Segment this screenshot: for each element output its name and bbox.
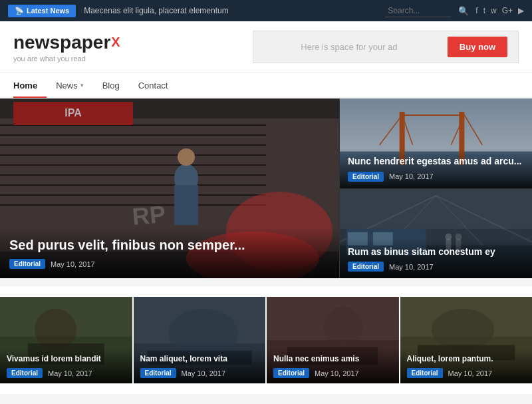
- grid-item-3-tag: Editorial: [407, 368, 443, 378]
- main-nav: Home News ▾ Blog Contact: [0, 73, 532, 99]
- hero-side-bottom-meta: Editorial May 10, 2017: [348, 262, 524, 272]
- hero-main-title: Sed purus velit, finibus non semper...: [9, 236, 330, 254]
- grid-item-1[interactable]: Nam aliquet, lorem vita Editorial May 10…: [134, 297, 267, 383]
- grid-item-3-meta: Editorial May 10, 2017: [407, 368, 526, 378]
- grid-item-0-date: May 10, 2017: [48, 369, 92, 377]
- hero-side-top-meta: Editorial May 10, 2017: [348, 172, 524, 182]
- grid-item-0-meta: Editorial May 10, 2017: [7, 368, 126, 378]
- hero-main-date: May 10, 2017: [51, 260, 95, 268]
- logo-area: newspaperX you are what you read: [13, 32, 120, 63]
- nav-item-blog[interactable]: Blog: [93, 74, 129, 98]
- chevron-down-icon: ▾: [80, 82, 84, 89]
- hero-main-article[interactable]: IPA RP Sed purus velit, finibus non semp…: [0, 99, 339, 278]
- grid-row: Vivamus id lorem blandit Editorial May 1…: [0, 297, 532, 383]
- news-ticker: Maecenas elit ligula, placerat elementum: [84, 6, 385, 15]
- hero-side-bottom-title: Rum as binus sitam conestum ey: [348, 246, 524, 258]
- hero-side-top-date: May 10, 2017: [389, 172, 434, 180]
- article-grid: Vivamus id lorem blandit Editorial May 1…: [0, 286, 532, 394]
- hero-side-top[interactable]: Nunc hendrerit egestas amus ad arcu... E…: [339, 99, 532, 189]
- youtube-icon[interactable]: ▶: [518, 6, 524, 15]
- social-icons: f t w G+ ▶: [475, 6, 524, 15]
- latest-news-badge: 📡 Latest News: [8, 5, 76, 17]
- top-bar-right: 🔍 f t w G+ ▶: [385, 5, 524, 17]
- hero-side-top-tag: Editorial: [348, 172, 384, 182]
- rss-icon: 📡: [15, 7, 24, 15]
- hero-side-bottom[interactable]: Rum as binus sitam conestum ey Editorial…: [339, 189, 532, 279]
- grid-item-0-tag: Editorial: [7, 368, 43, 378]
- grid-item-3-date: May 10, 2017: [448, 369, 493, 377]
- grid-item-2-meta: Editorial May 10, 2017: [273, 368, 392, 378]
- grid-item-2-tag: Editorial: [273, 368, 309, 378]
- nav-item-contact[interactable]: Contact: [129, 74, 178, 98]
- grid-item-1-meta: Editorial May 10, 2017: [140, 368, 259, 378]
- grid-item-0-title: Vivamus id lorem blandit: [7, 354, 126, 365]
- search-input[interactable]: [385, 5, 452, 17]
- ad-text: Here is space for your ad: [264, 42, 434, 52]
- grid-item-3[interactable]: Aliquet, lorem pantum. Editorial May 10,…: [400, 297, 533, 383]
- twitter-icon[interactable]: w: [491, 6, 497, 15]
- hero-side-bottom-date: May 10, 2017: [389, 263, 434, 271]
- grid-item-1-tag: Editorial: [140, 368, 176, 378]
- hero-main-meta: Editorial May 10, 2017: [9, 259, 330, 269]
- facebook-icon[interactable]: f: [475, 6, 477, 15]
- grid-item-2-overlay: Nulla nec enimus amis Editorial May 10, …: [267, 349, 399, 383]
- grid-item-1-overlay: Nam aliquet, lorem vita Editorial May 10…: [134, 349, 266, 383]
- tumblr-icon[interactable]: t: [483, 6, 485, 15]
- grid-item-0-overlay: Vivamus id lorem blandit Editorial May 1…: [0, 349, 132, 383]
- top-bar: 📡 Latest News Maecenas elit ligula, plac…: [0, 0, 532, 21]
- site-logo[interactable]: newspaperX: [13, 32, 120, 53]
- nav-item-home[interactable]: Home: [13, 74, 47, 98]
- hero-side-top-overlay: Nunc hendrerit egestas amus ad arcu... E…: [340, 148, 532, 188]
- grid-item-0[interactable]: Vivamus id lorem blandit Editorial May 1…: [0, 297, 134, 383]
- hero-side: Nunc hendrerit egestas amus ad arcu... E…: [339, 99, 532, 278]
- grid-item-3-overlay: Aliquet, lorem pantum. Editorial May 10,…: [400, 349, 533, 383]
- grid-item-2-date: May 10, 2017: [315, 369, 359, 377]
- grid-item-2-title: Nulla nec enimus amis: [273, 354, 392, 365]
- hero-side-bottom-tag: Editorial: [348, 262, 384, 272]
- googleplus-icon[interactable]: G+: [502, 6, 513, 15]
- site-header: newspaperX you are what you read Here is…: [0, 21, 532, 73]
- grid-item-1-title: Nam aliquet, lorem vita: [140, 354, 259, 365]
- bottom-ad-wrapper: Here is space for your ad Buy now: [0, 401, 532, 404]
- grid-item-1-date: May 10, 2017: [182, 369, 226, 377]
- header-ad-banner: Here is space for your ad Buy now: [253, 31, 519, 63]
- hero-main-overlay: Sed purus velit, finibus non semper... E…: [0, 227, 339, 278]
- nav-item-news[interactable]: News ▾: [47, 74, 93, 98]
- hero-section: IPA RP Sed purus velit, finibus non semp…: [0, 99, 532, 278]
- grid-item-2[interactable]: Nulla nec enimus amis Editorial May 10, …: [267, 297, 400, 383]
- grid-item-3-title: Aliquet, lorem pantum.: [407, 354, 526, 365]
- logo-tagline: you are what you read: [13, 55, 120, 63]
- search-icon[interactable]: 🔍: [458, 6, 469, 16]
- hero-side-bottom-overlay: Rum as binus sitam conestum ey Editorial…: [340, 239, 532, 278]
- hero-side-top-title: Nunc hendrerit egestas amus ad arcu...: [348, 155, 524, 167]
- buy-now-button[interactable]: Buy now: [448, 37, 507, 57]
- hero-main-tag: Editorial: [9, 259, 45, 269]
